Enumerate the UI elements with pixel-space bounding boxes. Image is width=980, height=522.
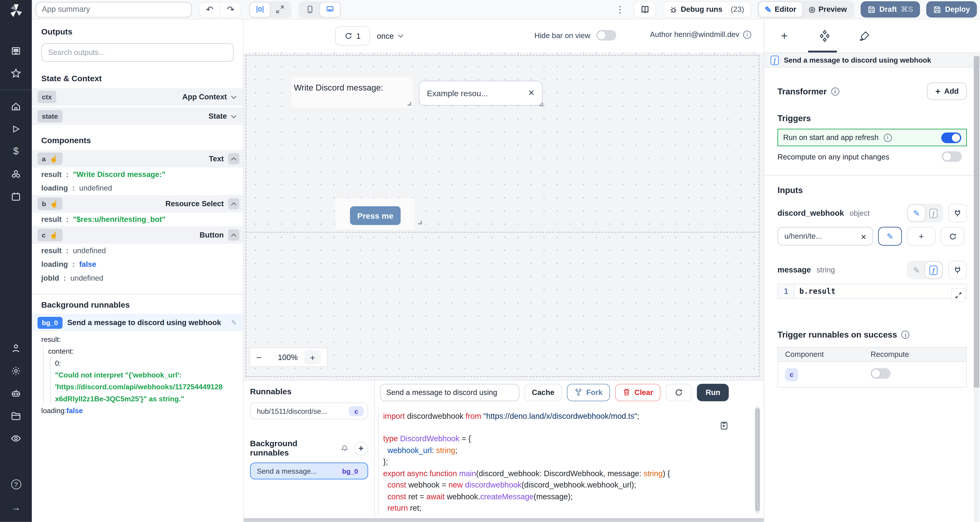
user-icon[interactable]	[10, 342, 22, 354]
workers-robot-icon[interactable]	[10, 387, 22, 399]
audit-eye-icon[interactable]	[10, 433, 22, 444]
desktop-view-button[interactable]	[320, 2, 340, 17]
connect-plug-button[interactable]	[948, 261, 967, 280]
tab-insert-plus-icon[interactable]: +	[764, 29, 804, 43]
resize-handle[interactable]	[407, 102, 411, 106]
undo-button[interactable]: ↶	[199, 2, 220, 17]
component-header-b[interactable]: b☝Resource Select	[32, 195, 243, 213]
help-icon[interactable]: ?	[10, 479, 22, 490]
search-outputs-input[interactable]	[41, 43, 234, 62]
message-expression-editor[interactable]: 1 b.result	[778, 284, 967, 299]
draft-button[interactable]: Draft⌘S	[861, 2, 920, 18]
favorites-star-icon[interactable]	[10, 68, 22, 79]
edit-resource-button[interactable]: ✎	[878, 227, 902, 246]
recompute-toggle[interactable]	[942, 151, 962, 162]
background-runnable-row[interactable]: bg_0 Send a message to discord using web…	[32, 314, 243, 331]
fork-button[interactable]: Fork	[567, 384, 610, 401]
hub-runnable-item[interactable]: hub/1511/discord/se... c	[250, 403, 368, 419]
context-row[interactable]: ctxApp Context	[32, 88, 243, 105]
zoom-out-button[interactable]: −	[256, 352, 271, 363]
hide-bar-toggle[interactable]	[597, 30, 616, 41]
tab-editor[interactable]: ✎Editor	[758, 2, 802, 17]
fullscreen-button[interactable]	[270, 2, 290, 17]
run-button[interactable]: Run	[697, 384, 729, 401]
more-menu-icon[interactable]: ⋮	[612, 4, 627, 14]
collapse-rail-icon[interactable]: →	[10, 501, 22, 513]
clear-resource-icon[interactable]: ×	[861, 231, 866, 242]
inspector-scrollbar[interactable]	[974, 53, 979, 522]
code-scrollbar[interactable]	[755, 406, 760, 514]
edit-pencil-icon[interactable]: ✎	[231, 318, 237, 327]
components-title: Components	[41, 136, 234, 145]
mobile-view-button[interactable]	[300, 2, 320, 17]
collapse-chevron-button[interactable]	[228, 153, 240, 164]
expand-editor-icon[interactable]	[951, 288, 965, 302]
state-context-rows: ctxApp ContextstateState	[32, 88, 243, 125]
folders-icon[interactable]	[10, 410, 22, 421]
debug-runs-button[interactable]: Debug runs (23)	[663, 2, 751, 18]
runs-icon[interactable]	[10, 123, 22, 135]
horizontal-scrollbar[interactable]	[243, 518, 764, 522]
add-resource-button[interactable]: +	[907, 227, 936, 246]
resources-icon[interactable]	[10, 168, 22, 180]
settings-gear-icon[interactable]	[10, 365, 22, 376]
trigger-success-info-icon[interactable]: i	[902, 331, 910, 339]
cache-button[interactable]: Cache	[525, 384, 562, 401]
component-badge: c	[785, 368, 798, 381]
static-edit-pencil-button[interactable]: ✎	[908, 205, 925, 221]
resize-handle[interactable]	[418, 221, 422, 224]
transformer-label: Transformer	[778, 87, 827, 96]
component-header-a[interactable]: a☝Text	[32, 150, 243, 167]
resize-handle[interactable]	[539, 103, 543, 107]
collapse-chevron-button[interactable]	[228, 229, 240, 241]
recompute-toggle[interactable]	[871, 368, 891, 379]
app-summary-input[interactable]	[36, 2, 192, 17]
refresh-count-button[interactable]: 1	[335, 26, 370, 46]
center-layout-button[interactable]	[250, 2, 270, 17]
text-component[interactable]: Write Discord message:	[291, 77, 413, 108]
script-name-input[interactable]	[380, 384, 519, 401]
refresh-resources-button[interactable]	[940, 227, 964, 246]
static-edit-pencil-button[interactable]: ✎	[908, 262, 925, 278]
redo-button[interactable]: ↷	[220, 2, 241, 17]
canvas-toolbar: 1 once Hide bar on view Author henri@win…	[243, 19, 764, 53]
context-row[interactable]: stateState	[32, 108, 243, 125]
zoom-in-button[interactable]: +	[304, 350, 321, 364]
copy-code-icon[interactable]	[719, 420, 729, 432]
resource-value-select[interactable]: u/henri/te...×	[778, 227, 873, 246]
tab-theme-brush-icon[interactable]	[844, 30, 884, 42]
schedules-icon[interactable]	[10, 191, 22, 202]
eval-f-button[interactable]: f	[925, 262, 942, 278]
author-info-icon[interactable]: i	[743, 30, 751, 38]
run-on-start-info-icon[interactable]: i	[884, 134, 892, 142]
collapse-chevron-button[interactable]	[228, 198, 240, 209]
schedule-dropdown[interactable]: once	[377, 26, 402, 46]
code-editor[interactable]: import discordwebhook from "https://deno…	[378, 406, 755, 515]
transformer-info-icon[interactable]: i	[831, 87, 839, 95]
add-transformer-button[interactable]: +Add	[927, 83, 967, 100]
tab-preview[interactable]: ◎Preview	[803, 2, 853, 17]
deploy-button[interactable]: Deploy	[926, 2, 977, 18]
connect-plug-button[interactable]	[948, 204, 967, 223]
chevron-down-icon[interactable]	[231, 113, 236, 118]
press-me-button[interactable]: Press me	[350, 206, 401, 225]
app-canvas[interactable]: Write Discord message: Example resou... …	[243, 53, 764, 380]
clear-selection-icon[interactable]: ×	[528, 87, 534, 99]
button-component[interactable]: Press me	[336, 198, 414, 229]
home-icon[interactable]	[10, 101, 22, 112]
component-header-c[interactable]: c☝Button	[32, 226, 243, 243]
eval-f-button[interactable]: f	[925, 205, 942, 221]
tab-settings-diamonds-icon[interactable]	[804, 29, 844, 43]
variables-icon[interactable]: $	[10, 146, 22, 157]
workspace-icon[interactable]	[10, 45, 22, 56]
docs-book-button[interactable]	[634, 2, 656, 18]
chevron-down-icon[interactable]	[231, 93, 236, 99]
refresh-code-button[interactable]	[666, 384, 692, 401]
bg-runnable-item-selected[interactable]: Send a message... bg_0	[250, 463, 368, 479]
clear-button[interactable]: Clear	[615, 384, 660, 401]
canvas-zoom-control: − 100% +	[249, 347, 327, 367]
resource-select-component[interactable]: Example resou... ×	[419, 81, 542, 105]
add-background-runnable-button[interactable]: +	[354, 441, 368, 455]
windmill-logo-icon[interactable]	[8, 3, 24, 21]
run-on-start-toggle[interactable]	[941, 132, 961, 143]
